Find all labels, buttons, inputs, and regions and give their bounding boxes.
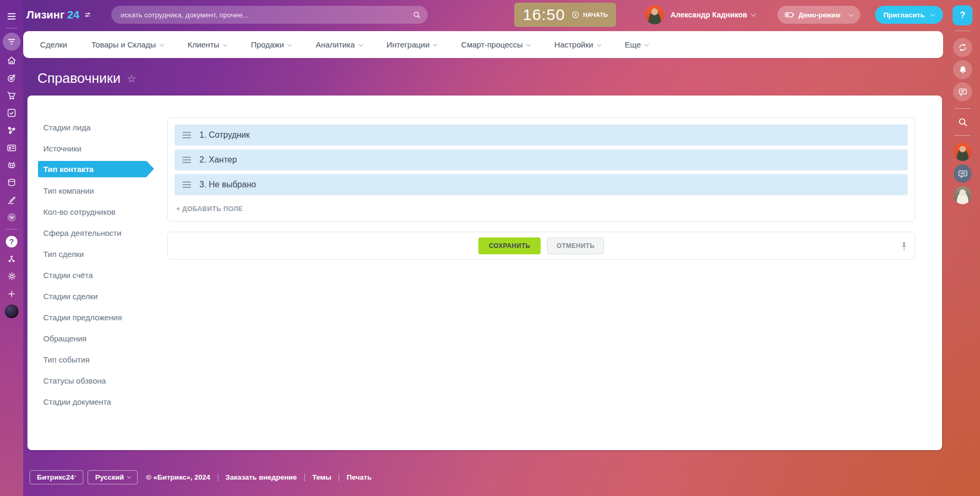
drag-handle-icon[interactable]: [182, 157, 191, 163]
menu-toggle-icon[interactable]: [3, 7, 21, 25]
menu-item[interactable]: Сфера деятельности: [27, 222, 167, 243]
automation-nodes-icon[interactable]: [3, 250, 21, 268]
nav-item-more[interactable]: Еще: [625, 40, 649, 49]
nav-item-analytics[interactable]: Аналитика: [315, 40, 362, 49]
settings-gear-icon[interactable]: [3, 268, 21, 285]
updates-sync-icon[interactable]: [953, 38, 972, 57]
rail-divider: [955, 108, 971, 109]
user-menu[interactable]: Александр Кадников: [645, 5, 755, 24]
menu-item[interactable]: Стадии предложения: [27, 307, 167, 328]
chevron-down-icon: [159, 42, 164, 46]
invite-button[interactable]: Пригласить: [875, 6, 943, 24]
footer-divider: [218, 473, 218, 481]
field-row[interactable]: 1. Сотрудник: [175, 125, 908, 146]
footer-divider: [339, 473, 339, 481]
drag-handle-icon[interactable]: [182, 132, 191, 138]
help-icon[interactable]: ?: [3, 233, 21, 250]
footer-link-print[interactable]: Печать: [347, 473, 371, 481]
field-row[interactable]: 3. Не выбрано: [175, 174, 908, 195]
footer: Битрикс24° Русский © «Битрикс», 2024 Зак…: [23, 470, 943, 484]
group-chat-icon[interactable]: [954, 165, 972, 183]
menu-item[interactable]: Тип компании: [27, 180, 167, 201]
menu-item[interactable]: Стадии счёта: [27, 264, 167, 285]
main-nav: Сделки Товары и Склады Клиенты Продажи А…: [23, 31, 943, 58]
collapse-chevron-icon[interactable]: [3, 208, 21, 226]
add-field-button[interactable]: + ДОБАВИТЬ ПОЛЕ: [176, 205, 243, 213]
network-share-icon[interactable]: [3, 121, 21, 139]
menu-item[interactable]: Стадии лида: [27, 117, 167, 138]
company-icon[interactable]: [3, 52, 21, 69]
nav-item-integrations[interactable]: Интеграции: [387, 40, 437, 49]
nav-item-deals[interactable]: Сделки: [40, 40, 67, 49]
menu-item[interactable]: Источники: [27, 138, 167, 159]
actions-panel: СОХРАНИТЬ ОТМЕНИТЬ: [167, 232, 915, 260]
drag-handle-icon[interactable]: [182, 182, 191, 188]
bitrix24-app: ? Лизинг 24 16:50: [0, 0, 980, 496]
cancel-button[interactable]: ОТМЕНИТЬ: [547, 237, 604, 254]
main-column: Лизинг 24 16:50 НАЧАТЬ Александр Каднико…: [23, 0, 943, 484]
demo-mode-badge[interactable]: Демо-режим: [777, 6, 860, 24]
footer-link-implementation[interactable]: Заказать внедрение: [226, 473, 297, 481]
tasks-icon[interactable]: [3, 104, 21, 121]
chevron-down-icon: [287, 42, 292, 46]
logo-number: 24: [67, 8, 79, 21]
add-plus-icon[interactable]: [3, 285, 21, 302]
menu-item[interactable]: Стадии документа: [27, 391, 167, 412]
right-sidebar-rail: ?: [945, 0, 980, 496]
user-avatar[interactable]: [645, 5, 664, 24]
field-row[interactable]: 2. Хантер: [175, 149, 908, 170]
menu-item[interactable]: Кол-во сотрудников: [27, 201, 167, 222]
search-icon[interactable]: [412, 10, 421, 20]
footer-link-themes[interactable]: Темы: [312, 473, 331, 481]
rail-divider: [6, 229, 17, 230]
notifications-bell-icon[interactable]: [953, 60, 972, 79]
start-workday-button[interactable]: НАЧАТЬ: [571, 11, 608, 19]
search-icon[interactable]: [953, 114, 972, 130]
chat-avatar-2[interactable]: [954, 186, 972, 204]
pin-icon[interactable]: [901, 241, 907, 254]
menu-item[interactable]: Статусы обзвона: [27, 370, 167, 391]
time-tracker[interactable]: 16:50 НАЧАТЬ: [514, 3, 616, 27]
shop-cart-icon[interactable]: [3, 87, 21, 104]
sign-pen-icon[interactable]: [3, 191, 21, 208]
chevron-down-icon: [433, 42, 437, 46]
nav-item-sales[interactable]: Продажи: [251, 40, 292, 49]
logo-settings-icon[interactable]: [84, 11, 91, 18]
fields-panel: 1. Сотрудник 2. Хантер 3. Не выбрано + Д…: [167, 117, 915, 222]
menu-item[interactable]: Тип сделки: [27, 243, 167, 264]
top-bar: Лизинг 24 16:50 НАЧАТЬ Александр Каднико…: [23, 0, 943, 30]
rail-divider: [955, 135, 971, 136]
content-card: Стадии лида Источники Тип контакта Тип к…: [27, 96, 942, 450]
menu-item[interactable]: Тип события: [27, 349, 167, 370]
menu-item-selected[interactable]: Тип контакта: [38, 161, 147, 177]
chatbot-robot-icon[interactable]: [3, 156, 21, 174]
directory-menu: Стадии лида Источники Тип контакта Тип к…: [27, 96, 167, 450]
contacts-card-icon[interactable]: [3, 139, 21, 156]
menu-item[interactable]: Стадии сделки: [27, 285, 167, 307]
nav-item-smart-processes[interactable]: Смарт-процессы: [461, 40, 530, 49]
favorite-star-icon[interactable]: ☆: [127, 72, 137, 85]
chevron-down-icon: [223, 42, 227, 46]
bitrix24-brand-button[interactable]: Битрикс24°: [30, 470, 83, 484]
storage-box-icon[interactable]: [3, 174, 21, 191]
global-search[interactable]: [111, 6, 428, 24]
left-sidebar-rail: ?: [0, 0, 23, 496]
search-input[interactable]: [121, 11, 412, 19]
user-name: Александр Кадников: [670, 11, 747, 19]
market-globe-icon[interactable]: [3, 302, 21, 320]
copyright: © «Битрикс», 2024: [146, 473, 210, 481]
nav-item-clients[interactable]: Клиенты: [188, 40, 227, 49]
marketing-target-icon[interactable]: [3, 69, 21, 87]
crm-funnel-icon[interactable]: [3, 33, 21, 51]
feedback-chat-icon[interactable]: [953, 82, 972, 101]
rail-divider: [6, 28, 17, 28]
save-button[interactable]: СОХРАНИТЬ: [478, 237, 541, 254]
language-selector[interactable]: Русский: [88, 470, 138, 484]
help-button[interactable]: ?: [953, 5, 973, 25]
chevron-down-icon: [358, 42, 362, 46]
nav-item-settings[interactable]: Настройки: [554, 40, 601, 49]
menu-item[interactable]: Обращения: [27, 328, 167, 349]
nav-item-products[interactable]: Товары и Склады: [91, 40, 164, 49]
app-logo[interactable]: Лизинг 24: [26, 8, 91, 21]
chat-avatar[interactable]: [954, 143, 972, 161]
